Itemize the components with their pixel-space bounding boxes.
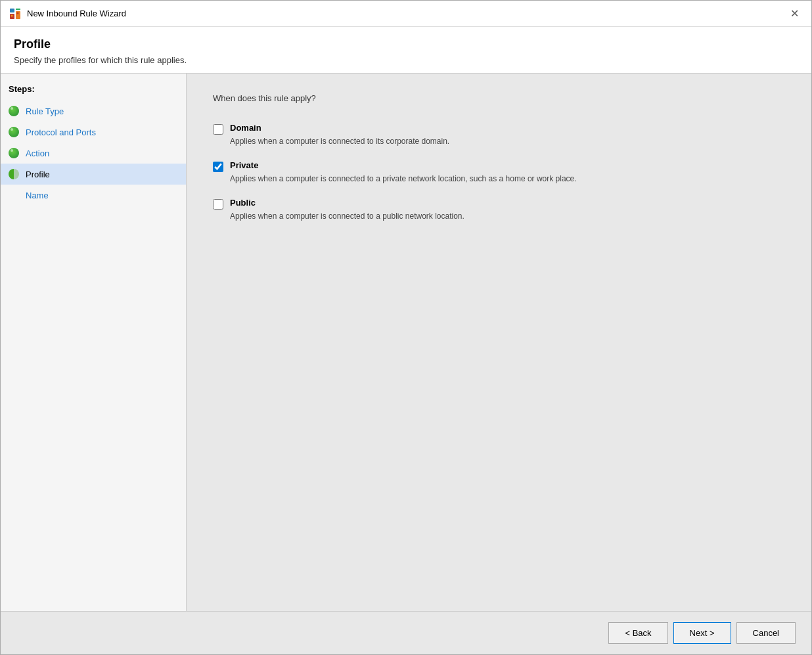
checkbox-wrap-private [213,160,223,172]
checkbox-private[interactable] [213,162,223,172]
window-title: New Inbound Rule Wizard [27,9,126,18]
svg-point-4 [11,14,13,16]
step-icon-rule-type [9,106,19,116]
step-label-rule-type: Rule Type [26,106,64,116]
checkbox-domain[interactable] [213,124,223,135]
svg-rect-2 [10,9,14,12]
sidebar-item-protocol-ports[interactable]: Protocol and Ports [1,122,186,143]
header-section: Profile Specify the profiles for which t… [1,27,811,74]
close-button[interactable]: ✕ [785,5,803,23]
main-panel: When does this rule apply? DomainApplies… [187,74,811,611]
step-icon-protocol-ports [9,127,19,137]
title-bar-left: New Inbound Rule Wizard [9,7,126,20]
content-area: Steps: Rule TypeProtocol and PortsAction… [1,74,811,611]
checkbox-wrap-domain [213,123,223,135]
sidebar-item-rule-type[interactable]: Rule Type [1,101,186,122]
option-content-private: PrivateApplies when a computer is connec… [230,160,577,185]
checkbox-public[interactable] [213,199,223,210]
back-button[interactable]: < Back [608,622,667,644]
step-label-profile: Profile [26,169,50,179]
option-row-domain: DomainApplies when a computer is connect… [213,123,785,147]
page-subtitle: Specify the profiles for which this rule… [14,55,798,65]
step-label-protocol-ports: Protocol and Ports [26,127,96,137]
option-row-private: PrivateApplies when a computer is connec… [213,160,785,185]
option-title-private: Private [230,160,577,170]
cancel-button[interactable]: Cancel [736,622,796,644]
page-title: Profile [14,37,798,51]
step-icon-name [9,190,19,200]
option-desc-domain: Applies when a computer is connected to … [230,135,449,147]
step-icon-profile [9,169,19,179]
step-icon-action [9,148,19,158]
sidebar: Steps: Rule TypeProtocol and PortsAction… [1,74,187,611]
wizard-window: New Inbound Rule Wizard ✕ Profile Specif… [0,0,812,655]
steps-label: Steps: [1,84,186,101]
step-label-name: Name [26,191,49,200]
option-content-domain: DomainApplies when a computer is connect… [230,123,449,147]
sidebar-item-profile[interactable]: Profile [1,164,186,185]
sidebar-item-action[interactable]: Action [1,143,186,164]
options-container: DomainApplies when a computer is connect… [213,123,785,222]
option-desc-private: Applies when a computer is connected to … [230,173,577,185]
question-text: When does this rule apply? [213,93,785,103]
app-icon [9,7,22,20]
option-desc-public: Applies when a computer is connected to … [230,210,464,222]
step-label-action: Action [26,148,49,158]
next-button[interactable]: Next > [673,622,731,644]
option-title-public: Public [230,198,464,208]
svg-rect-3 [16,9,20,10]
svg-point-5 [17,12,19,14]
option-title-domain: Domain [230,123,449,133]
option-content-public: PublicApplies when a computer is connect… [230,198,464,222]
sidebar-item-name[interactable]: Name [1,185,186,206]
checkbox-wrap-public [213,198,223,210]
title-bar: New Inbound Rule Wizard ✕ [1,1,811,27]
footer: < Back Next > Cancel [1,611,811,654]
option-row-public: PublicApplies when a computer is connect… [213,198,785,222]
